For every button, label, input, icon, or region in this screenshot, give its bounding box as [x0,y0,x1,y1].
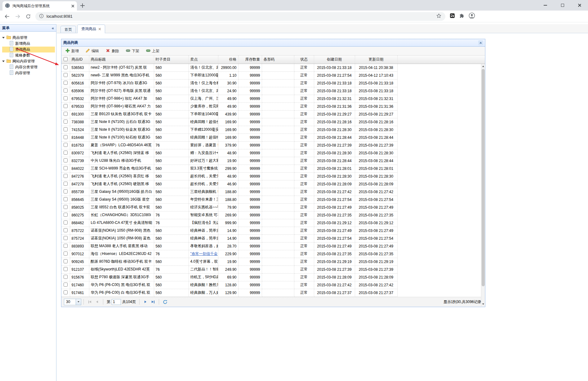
table-row[interactable]: 830972飞利浦 老人手机 (X2560) 深情蓝 移560赠：九安血压计+4… [61,149,485,157]
table-row[interactable]: 909245酷派 8076D 咖啡棕 移动3G手机 双卡5604.0英寸屏幕，双… [61,258,485,265]
table-row[interactable]: 868462LG 47LA6800-CA 47英寸 全高清智能76【疯狂清仓】无… [61,219,485,227]
first-page-button[interactable] [86,298,93,306]
table-row[interactable]: 741524三星 Note II (N7100) 钛金灰 联通3G560下单赠1… [61,126,485,134]
table-row[interactable]: 679532阿尔卡特 (OT-986+) 玫红 AK47 加560仅上海、广州、… [61,95,485,102]
on-shelf-button[interactable]: 上架 [145,48,161,55]
row-checkbox[interactable] [64,127,68,131]
row-checkbox[interactable] [64,182,68,186]
scrollbar-up-arrow[interactable] [481,64,485,68]
row-checkbox[interactable] [64,197,68,201]
panel-collapse-button[interactable] [478,40,483,45]
tree-item-spec-params[interactable]: 规格参数 [2,52,55,58]
table-row[interactable]: 847278飞利浦 老人手机 (X2560) 硬朗黑 移560超长待机，关爱无4… [61,180,485,188]
page-size-select[interactable]: 30 [64,299,81,305]
site-info-icon[interactable] [39,14,44,19]
add-button[interactable]: 新增 [64,48,80,55]
tab-query-product[interactable]: 查询商品 [77,25,105,33]
tree-expand-icon[interactable] [2,37,5,39]
table-row[interactable]: 917461华为 P6 (P6-C00) 白 电信3G手机 双560经典旗舰，万… [61,289,485,297]
back-button[interactable] [2,12,12,21]
table-row[interactable]: 883893联想 MA388 老人手机 星夜黑 移动560孝敬爸妈首选，好28.… [61,242,485,250]
tree-item-query-product[interactable]: 查询商品 [2,47,55,52]
tree-expand-icon[interactable] [2,61,5,62]
row-checkbox[interactable] [64,267,68,271]
table-row[interactable]: 816448三星 Note II (N7100) 钻石粉 联通3G560经典回顾… [61,134,485,141]
row-checkbox[interactable] [64,96,68,100]
row-checkbox[interactable] [64,244,68,248]
tab-home[interactable]: 首页 [60,26,76,33]
table-row[interactable]: 635906阿尔卡特 (OT-927) 单电版 炭黑 联通560清仓！仅北京、武… [61,87,485,95]
table-row[interactable]: 875724诺基亚(NOKIA) 1050 (RM-908) 蓝色560经典神器… [61,234,485,242]
table-row[interactable]: 691300三星 B9120 钛灰色 联通3G手机 双卡560下单即送10400… [61,110,485,118]
column-header-status[interactable]: 状态 [294,56,314,64]
row-checkbox[interactable] [64,73,68,77]
table-row[interactable]: 738388三星 Note II (N7100) 云石白 联通3G560经典回顾… [61,118,485,126]
table-row[interactable]: 907012海信（Hisense）LED42EC260JD 4276"春宵一刻值… [61,250,485,258]
row-checkbox[interactable] [64,275,68,279]
table-row[interactable]: 855739三星 Galaxy S4 (I9500)16G版 皓月白560三星经… [61,188,485,196]
row-checkbox[interactable] [64,213,68,217]
select-all-checkbox[interactable] [64,57,68,61]
dropdown-arrow-icon[interactable] [76,299,81,305]
table-row[interactable]: 562379new8- 三星 W999 黑色 电信3G手机560下单即送1200… [61,71,485,79]
extensions-puzzle-icon[interactable] [459,13,465,20]
last-page-button[interactable] [149,298,157,306]
tree-item-content-category[interactable]: 内容分类管理 [2,64,55,70]
row-checkbox[interactable] [64,259,68,263]
column-header-sell-point[interactable]: 卖点 [189,56,218,64]
row-checkbox[interactable] [64,120,68,124]
table-row[interactable]: 536563new2 - 阿尔卡特 (OT-927) 炭黑 联560清仓！仅北京… [61,64,485,71]
tab-close-icon[interactable] [98,28,101,30]
column-header-price[interactable]: 价格 [218,56,238,64]
table-row[interactable]: 856645三星 Galaxy S4 (I9500) 16G版 星空560年货特… [61,196,485,203]
row-checkbox[interactable] [64,189,68,193]
extension-icon-1[interactable] [450,13,455,20]
row-checkbox[interactable] [64,135,68,139]
off-shelf-button[interactable]: 下架 [124,48,140,55]
table-row[interactable]: 679533阿尔卡特 (OT-986+) 曜石黑 AK47 力560少量库存，抢… [61,102,485,110]
row-checkbox[interactable] [64,205,68,209]
row-checkbox[interactable] [64,112,68,116]
browser-tab[interactable]: 淘淘商城后台管理系统 [2,1,77,11]
tree-item-add-product[interactable]: 新增商品 [2,41,55,47]
column-header-category[interactable]: 叶子类目 [154,56,189,64]
window-close-button[interactable] [571,0,588,11]
window-minimize-button[interactable] [537,0,554,11]
row-checkbox[interactable] [64,236,68,240]
scrollbar-down-arrow[interactable] [481,302,485,306]
collapse-sidebar-icon[interactable]: « [52,26,54,30]
table-row[interactable]: 844022三星 SCH-W899 亮金色 电信3G手机560双3.3英寸魔焕炫… [61,165,485,172]
edit-button[interactable]: 编辑 [84,48,100,55]
tree-folder-goods[interactable]: 商品管理 [2,35,55,41]
row-checkbox[interactable] [64,283,68,287]
bookmark-star-icon[interactable] [436,13,442,20]
table-row[interactable]: 832739中兴 U288 珠光白 移动3G手机560好评过万！超大彩19.90… [61,157,485,165]
column-header-updated[interactable]: 更新日期 [355,56,397,64]
row-checkbox[interactable] [64,228,68,232]
column-header-title[interactable]: 商品标题 [89,56,154,64]
tab-close-icon[interactable] [71,4,74,8]
table-row[interactable]: 847276飞利浦 老人手机 (X2560) 喜庆红 移560超长待机，关爱无4… [61,172,485,180]
row-checkbox[interactable] [64,151,68,155]
scrollbar-thumb[interactable] [482,69,485,286]
table-row[interactable]: 912107创维(Skyworth)LED 42E5DHR 42英76二代新品！… [61,265,485,273]
table-row[interactable]: 917460华为 P6 (P6-C00) 黑 电信3G手机 双560经典旗舰！雅… [61,281,485,289]
column-header-created[interactable]: 创建日期 [314,56,355,64]
row-checkbox[interactable] [64,166,68,170]
row-checkbox[interactable] [64,158,68,162]
sell-point-link[interactable]: "春宵一刻值千金 [190,252,218,256]
row-checkbox[interactable] [64,88,68,93]
row-checkbox[interactable] [64,290,68,294]
row-checkbox[interactable] [64,104,68,108]
row-checkbox[interactable] [64,220,68,225]
table-row[interactable]: 858025三星 I8552 白色 联通3G手机 双卡双560经济实惠机器~~手… [61,203,485,211]
window-maximize-button[interactable] [554,0,571,11]
row-checkbox[interactable] [64,143,68,147]
profile-avatar[interactable] [469,12,475,20]
reload-button[interactable] [24,12,33,21]
tree-item-content-manage[interactable]: 内容管理 [2,70,55,76]
address-bar[interactable]: localhost:8081 [35,12,445,21]
row-checkbox[interactable] [64,65,68,69]
new-tab-button[interactable] [80,3,85,8]
page-number-input[interactable] [112,299,121,305]
